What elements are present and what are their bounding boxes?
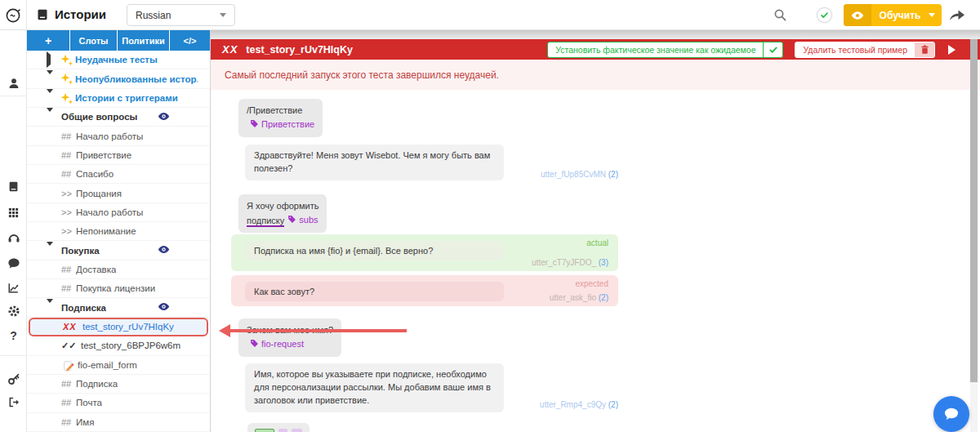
conversation: /ПриветствиеПриветствиеЗдравствуйте! Мен… [211,90,970,432]
set-actual-as-expected-button[interactable]: Установить фактическое значение как ожид… [547,42,783,58]
sign-out-icon[interactable] [0,393,27,411]
train-button[interactable]: Обучить [844,4,942,26]
stories-tree-panel: + Слоты Политики </> Неудачные тестыНеоп… [27,30,211,432]
tree-item[interactable]: fio-email_form [27,356,210,375]
tree-item[interactable]: Истории с триггерами [27,89,210,108]
tree-item-label: Подписка [76,379,118,389]
user-message[interactable]: /ПриветствиеПриветствие [238,99,323,137]
bot-message[interactable]: Подписка на имя {fio} и {email}. Все вер… [245,241,504,261]
train-button-label: Обучить [871,10,929,21]
intent-tag[interactable]: subs [287,213,318,227]
app-window: Истории Russian Обучить ? + Слоты Полити… [0,0,980,432]
item-prefix: ## [61,417,71,427]
scrollbar-track[interactable] [970,39,978,432]
chart-icon[interactable] [0,278,27,296]
user-message-text: Зачем вам мое имя? [247,325,333,335]
tag-chip [292,429,302,432]
form-icon [63,360,74,373]
sidebar-divider [0,355,27,356]
code-view-button[interactable]: </> [170,30,210,51]
item-prefix: ✓✓ [61,341,76,351]
language-selector[interactable]: Russian [127,4,235,26]
sparkle-icon [60,54,74,68]
intent-tag-label: fio-request [261,337,304,351]
tree-item-label: Истории с триггерами [75,93,178,103]
eye-icon [844,4,871,26]
help-icon[interactable]: ? [0,327,27,345]
caret-down-icon[interactable] [47,93,53,103]
entity-chip [255,429,274,432]
item-prefix: >> [61,226,72,236]
tree-item[interactable]: Общие вопросы [27,108,210,127]
delete-test-button[interactable]: Удалить тестовый пример [795,42,935,58]
user-icon[interactable] [0,74,27,92]
chat-bubble-icon[interactable] [0,254,27,272]
item-prefix: XX [63,322,77,332]
tree-item-label: Доставка [76,265,116,274]
add-story-button[interactable]: + [27,30,69,51]
item-prefix: ## [61,131,71,141]
tree-item[interactable]: Неопубликованные истор... [27,69,210,88]
bot-message[interactable]: Имя, которое вы указываете при подписке,… [245,363,504,412]
tree-item[interactable]: XXtest_story_rUv7HIqKy [29,318,208,336]
caret-down-icon[interactable] [47,74,53,84]
main-panel: XX test_story_rUv7HIqKy Установить факти… [211,30,980,432]
run-test-button[interactable] [948,45,956,55]
item-prefix: >> [61,207,72,217]
scrollbar-thumb[interactable] [970,39,978,382]
tag-icon [287,215,296,224]
caret-right-icon[interactable] [47,55,51,65]
caret-down-icon[interactable] [47,112,53,122]
user-message-cut[interactable] [247,423,310,432]
visibility-eye-icon[interactable] [158,112,170,122]
tree-item[interactable]: Неудачные тесты [27,51,210,69]
visibility-eye-icon[interactable] [158,245,170,256]
tree-item[interactable]: ##Почта [27,394,210,412]
tree-item[interactable]: ##Спасибо [27,165,210,184]
status-label: expected [575,279,608,288]
key-icon[interactable] [0,370,27,388]
caret-down-icon[interactable] [47,303,53,313]
user-message[interactable]: Зачем вам мое имя?fio-request [238,318,341,357]
logo-icon [5,7,22,24]
panel-shadow [211,30,980,39]
intent-tag[interactable]: Приветствие [250,118,314,131]
book-icon[interactable] [0,177,27,195]
tree-item[interactable]: Покупка [27,241,210,260]
headset-icon[interactable] [0,229,27,247]
stories-book-icon [36,8,49,24]
tree-item[interactable]: ##Доставка [27,261,210,279]
tree-item[interactable]: ✓✓test_story_6BPJP6w6m [27,336,210,355]
sidebar-divider [0,96,27,96]
tree-item[interactable]: ##Покупка лицензии [27,279,210,298]
tree-item[interactable]: ##Имя [27,413,210,432]
search-icon[interactable] [773,8,787,25]
caret-down-icon[interactable] [47,246,53,256]
slots-button[interactable]: Слоты [70,30,117,51]
entity-highlight[interactable]: подписку [247,216,284,227]
tree-item[interactable]: >>Непонимание [27,222,210,241]
app-logo[interactable] [0,0,27,30]
tree-item[interactable]: Подписка [27,298,210,317]
item-prefix: ## [61,379,71,389]
intent-tag[interactable]: fio-request [250,337,304,351]
bot-message[interactable]: Здравствуйте! Меня зовут Wisebot. Чем я … [245,145,504,180]
tree-item-label: Покупка [61,246,100,256]
tree-item[interactable]: >>Начало работы [27,203,210,222]
page-title: Истории [55,7,106,21]
grid-icon[interactable] [0,203,27,221]
chat-widget-button[interactable] [933,396,969,432]
share-icon[interactable] [947,7,967,26]
gear-icon[interactable] [0,302,27,320]
intent-tag-label: Приветствие [261,118,314,131]
user-message[interactable]: Я хочу оформитьподпискуsubs [238,194,327,233]
tree-item[interactable]: ##Приветствие [27,146,210,165]
tree-item[interactable]: ##Подписка [27,375,210,394]
tree-item[interactable]: ##Начало работы [27,127,210,145]
visibility-eye-icon[interactable] [158,302,170,313]
tree-item[interactable]: >>Прощания [27,184,210,203]
policies-button[interactable]: Политики [118,30,169,51]
status-check-icon[interactable] [817,7,832,23]
bot-message[interactable]: Как вас зовут? [245,282,504,301]
topbar: Истории Russian Обучить [0,0,980,30]
